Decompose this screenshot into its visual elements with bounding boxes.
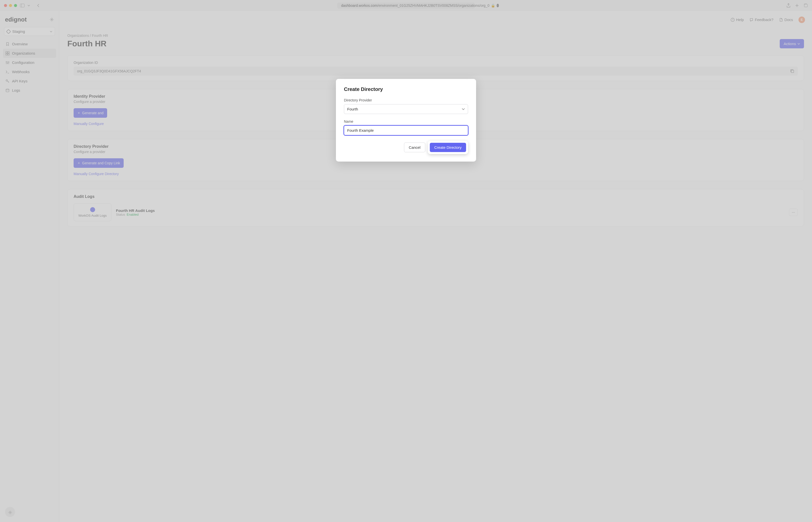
chevron-down-icon [462, 108, 465, 110]
provider-field-label: Directory Provider [344, 98, 468, 102]
modal-title: Create Directory [344, 86, 468, 92]
name-field-label: Name [344, 119, 468, 123]
provider-value: Fourth [347, 107, 358, 111]
submit-highlight: Create Directory [428, 141, 468, 154]
provider-select[interactable]: Fourth [344, 104, 468, 114]
name-input[interactable] [344, 125, 468, 135]
create-directory-button[interactable]: Create Directory [430, 143, 466, 152]
modal-scrim[interactable]: Create Directory Directory Provider Four… [0, 0, 812, 522]
cancel-button[interactable]: Cancel [404, 142, 425, 152]
create-directory-modal: Create Directory Directory Provider Four… [336, 79, 476, 162]
